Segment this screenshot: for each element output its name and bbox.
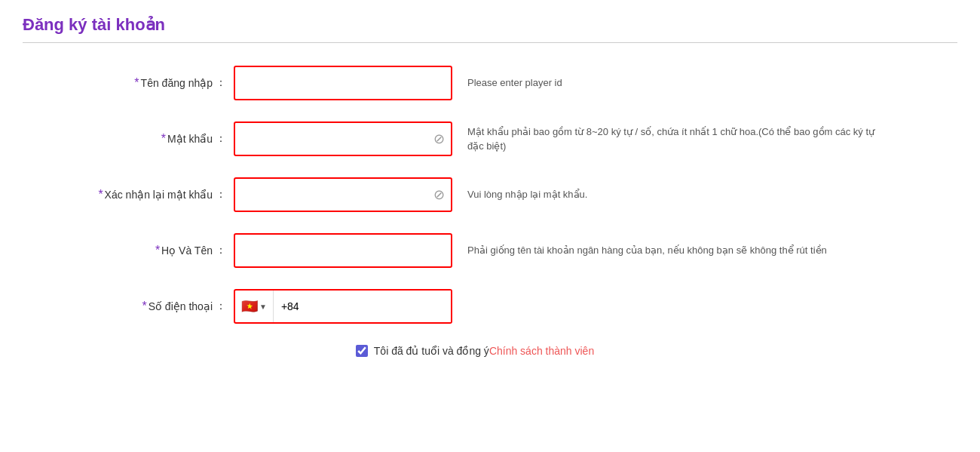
username-row: * Tên đăng nhập ： Please enter player id [23, 66, 927, 100]
fullname-input-wrap [234, 233, 452, 268]
policy-link[interactable]: Chính sách thành viên [489, 345, 594, 357]
username-required-star: * [134, 76, 139, 90]
password-hint: Mật khẩu phải bao gồm từ 8~20 ký tự / số… [467, 125, 890, 154]
password-input[interactable] [234, 121, 452, 156]
fullname-input[interactable] [234, 233, 452, 268]
phone-country-selector[interactable]: 🇻🇳 ▼ [235, 291, 274, 322]
confirm-password-row: * Xác nhận lại mật khẩu ： ⊘ Vui lòng nhậ… [23, 177, 927, 212]
fullname-colon: ： [216, 244, 226, 257]
password-input-wrap: ⊘ [234, 121, 452, 156]
password-label-wrap: * Mật khẩu ： [23, 132, 234, 146]
username-input[interactable] [234, 66, 452, 100]
phone-field: 🇻🇳 ▼ [234, 289, 452, 324]
registration-form: * Tên đăng nhập ： Please enter player id… [23, 66, 927, 357]
password-colon: ： [216, 132, 226, 146]
username-input-wrap [234, 66, 452, 100]
fullname-label-wrap: * Họ Và Tên ： [23, 244, 234, 257]
username-label: Tên đăng nhập [141, 77, 213, 89]
confirm-password-input-wrap: ⊘ [234, 177, 452, 212]
divider [23, 42, 957, 43]
fullname-required-star: * [155, 244, 160, 257]
confirm-password-required-star: * [98, 188, 103, 201]
fullname-hint: Phải giống tên tài khoản ngân hàng của b… [467, 243, 827, 258]
confirm-password-label-wrap: * Xác nhận lại mật khẩu ： [23, 188, 234, 201]
username-hint: Please enter player id [467, 75, 562, 91]
page-title: Đăng ký tài khoản [23, 15, 957, 35]
confirm-password-input[interactable] [234, 177, 452, 212]
terms-checkbox-row: Tôi đã đủ tuổi và đồng ý Chính sách thàn… [23, 345, 927, 357]
password-row: * Mật khẩu ： ⊘ Mật khẩu phải bao gồm từ … [23, 121, 927, 156]
username-label-wrap: * Tên đăng nhập ： [23, 76, 234, 90]
phone-required-star: * [142, 300, 146, 313]
phone-label-wrap: * Số điện thoại ： [23, 300, 234, 313]
password-label: Mật khẩu [167, 133, 213, 145]
terms-checkbox[interactable] [356, 345, 368, 357]
phone-number-input[interactable] [274, 291, 451, 322]
country-dropdown-arrow-icon: ▼ [259, 303, 267, 311]
confirm-password-colon: ： [216, 188, 226, 201]
phone-label: Số điện thoại [149, 300, 213, 312]
password-required-star: * [161, 132, 166, 146]
terms-label: Tôi đã đủ tuổi và đồng ý [374, 345, 489, 357]
confirm-password-hint: Vui lòng nhập lại mật khẩu. [467, 187, 587, 202]
phone-input-wrap: 🇻🇳 ▼ [234, 289, 452, 324]
fullname-row: * Họ Và Tên ： Phải giống tên tài khoản n… [23, 233, 927, 268]
username-colon: ： [216, 76, 226, 90]
confirm-password-label: Xác nhận lại mật khẩu [105, 189, 213, 201]
phone-row: * Số điện thoại ： 🇻🇳 ▼ [23, 289, 927, 324]
vietnam-flag-icon: 🇻🇳 [241, 298, 258, 315]
fullname-label: Họ Và Tên [161, 244, 213, 257]
phone-colon: ： [216, 300, 226, 313]
